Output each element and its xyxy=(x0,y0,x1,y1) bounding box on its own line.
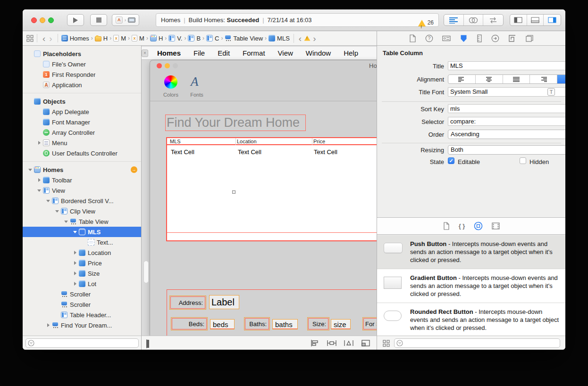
font-picker-icon[interactable]: T xyxy=(547,88,555,96)
outline-item[interactable]: Table View xyxy=(23,216,141,227)
disclosure-triangle-icon[interactable] xyxy=(54,206,61,216)
library-filter-field[interactable] xyxy=(394,338,560,348)
warning-icon[interactable] xyxy=(304,35,311,41)
outline-item[interactable]: Application xyxy=(23,80,141,90)
align-right-segment[interactable] xyxy=(530,75,557,83)
file-template-library-tab[interactable] xyxy=(443,222,450,230)
zoom-button[interactable] xyxy=(48,17,54,23)
outline-item[interactable]: Table Header... xyxy=(23,310,141,320)
outline-item[interactable]: Homes xyxy=(23,164,141,175)
outline-item[interactable]: Price xyxy=(23,258,141,268)
disclosure-triangle-icon[interactable] xyxy=(54,289,61,299)
disclosure-triangle-icon[interactable] xyxy=(36,148,43,158)
baths-label[interactable]: Baths: xyxy=(245,318,269,329)
column-divider[interactable] xyxy=(235,138,236,145)
outline-item[interactable]: Bordered Scroll V... xyxy=(23,196,141,206)
disclosure-triangle-icon[interactable] xyxy=(54,299,61,310)
disclosure-triangle-icon[interactable] xyxy=(45,196,52,206)
outline-item[interactable]: Scroller xyxy=(23,289,141,299)
title-field[interactable]: MLS xyxy=(448,61,565,70)
outline-item[interactable]: View xyxy=(23,185,141,196)
breadcrumb-item[interactable]: MLS › xyxy=(269,35,290,42)
outline-item[interactable]: MLS xyxy=(23,227,141,237)
related-items-icon[interactable] xyxy=(26,35,34,42)
sort-key-field[interactable]: mls xyxy=(448,104,565,113)
run-button[interactable] xyxy=(67,14,84,26)
disclosure-triangle-icon[interactable] xyxy=(36,175,43,185)
outline-item[interactable]: Array Controller xyxy=(23,127,141,138)
minimize-button[interactable] xyxy=(40,17,45,23)
disclosure-triangle-icon[interactable] xyxy=(36,69,43,80)
standard-editor-button[interactable] xyxy=(444,15,464,25)
disclosure-triangle-icon[interactable] xyxy=(45,320,52,330)
table-cell[interactable]: Text Cell xyxy=(171,148,194,156)
outline-item[interactable]: Location xyxy=(23,247,141,258)
fonts-toolbar-icon[interactable]: A xyxy=(191,74,199,89)
designed-menu-item[interactable]: Homes xyxy=(157,49,181,57)
colors-toolbar-icon[interactable] xyxy=(164,75,177,89)
designed-menu-item[interactable]: File xyxy=(193,49,205,57)
disclosure-triangle-icon[interactable] xyxy=(54,310,61,320)
breadcrumb-item[interactable]: Homes › xyxy=(61,35,95,42)
resizing-popup[interactable]: Both xyxy=(448,145,565,155)
breadcrumb-item[interactable]: H › xyxy=(95,35,113,42)
outline-item[interactable]: File's Owner xyxy=(23,59,141,69)
column-header-location[interactable]: Location xyxy=(237,139,257,144)
breadcrumb-item[interactable]: Table View › xyxy=(225,35,269,42)
code-snippet-library-tab[interactable]: { } xyxy=(459,222,465,230)
scheme-selector[interactable]: A › xyxy=(112,14,139,26)
resize-handle[interactable] xyxy=(232,190,235,194)
disclosure-triangle-icon[interactable] xyxy=(72,268,79,279)
breadcrumb-item[interactable]: V. › xyxy=(168,35,188,42)
issues-badge[interactable]: 26 xyxy=(418,16,434,29)
column-divider[interactable] xyxy=(312,138,312,145)
disclosure-triangle-icon[interactable] xyxy=(72,279,79,289)
disclosure-triangle-icon[interactable] xyxy=(36,185,43,196)
outline-item[interactable]: Menu xyxy=(23,138,141,148)
grid-view-icon[interactable] xyxy=(383,340,390,347)
disclosure-triangle-icon[interactable] xyxy=(72,258,79,268)
designed-menu-item[interactable]: Format xyxy=(243,49,265,57)
forward-button[interactable]: › xyxy=(47,34,54,43)
editable-checkbox[interactable] xyxy=(448,157,454,164)
for-sale-label[interactable]: For S xyxy=(363,318,377,329)
baths-field[interactable]: baths xyxy=(272,319,298,329)
close-button[interactable] xyxy=(31,17,37,23)
designed-menu-item[interactable]: Edit xyxy=(218,49,230,57)
navigator-toggle-button[interactable] xyxy=(510,15,527,25)
disclosure-triangle-icon[interactable] xyxy=(72,247,79,258)
disclosure-triangle-icon[interactable] xyxy=(36,59,43,69)
designed-menu-item[interactable]: Window xyxy=(306,49,331,57)
outline-item[interactable]: Scroller xyxy=(23,299,141,310)
connections-inspector-tab[interactable] xyxy=(491,34,499,42)
pin-button[interactable] xyxy=(327,339,337,347)
outline-item[interactable]: Find Your Dream... xyxy=(23,320,141,330)
column-header-price[interactable]: Price xyxy=(313,139,325,144)
selector-field[interactable]: compare: xyxy=(448,117,565,126)
stop-button[interactable] xyxy=(90,14,107,26)
object-library-tab[interactable] xyxy=(474,222,483,230)
disclosure-triangle-icon[interactable] xyxy=(72,227,79,237)
size-field[interactable]: size xyxy=(331,319,351,329)
disclosure-triangle-icon[interactable] xyxy=(36,127,43,138)
assistant-editor-button[interactable] xyxy=(464,15,484,25)
table-cell[interactable]: Text Cell xyxy=(238,148,261,156)
resolve-issues-button[interactable] xyxy=(344,339,354,347)
designed-menu-bar[interactable]: HomesFileEditFormatViewWindowHelp xyxy=(142,47,377,60)
outline-item[interactable]: App Delegate xyxy=(23,107,141,117)
identity-inspector-tab[interactable] xyxy=(442,34,451,42)
attributes-inspector-tab[interactable] xyxy=(460,34,468,42)
canvas-scroll-indicator[interactable] xyxy=(143,261,149,283)
designed-window[interactable]: Ho Colors A Fonts Find Your Dream Home M… xyxy=(150,60,377,336)
address-label[interactable]: Address: xyxy=(170,296,205,309)
disclosure-triangle-icon[interactable] xyxy=(36,107,43,117)
outline-item[interactable]: Text... xyxy=(23,237,141,247)
library-item[interactable]: Push Button - Intercepts mouse-down even… xyxy=(377,235,565,269)
outline-item[interactable]: Clip View xyxy=(23,206,141,216)
designed-table-view[interactable]: MLS Location Price Text Cell Text Cell T… xyxy=(166,137,377,241)
align-center-segment[interactable] xyxy=(476,75,503,83)
debug-area-toggle-button[interactable] xyxy=(527,15,544,25)
outline-item[interactable]: First Responder xyxy=(23,69,141,80)
outline-filter-field[interactable] xyxy=(25,338,139,348)
beds-field[interactable]: beds xyxy=(210,319,235,329)
